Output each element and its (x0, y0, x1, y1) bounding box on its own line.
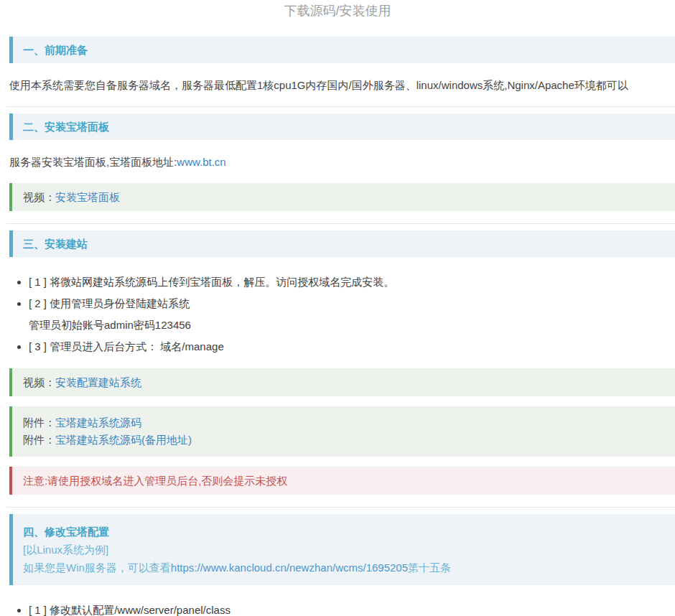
section-divider (6, 223, 675, 224)
modify-config-list: [ 1 ] 修改默认配置/www/server/panel/class (9, 602, 675, 616)
win-note-prefix: 如果您是Win服务器，可以查看 (23, 561, 171, 574)
authorization-warning: 注意:请使用授权域名进入管理员后台,否则会提示未授权 (9, 467, 675, 495)
section-heading-modify-config: 四、修改宝塔配置 (23, 523, 662, 541)
win-note-suffix: 第十五条 (408, 561, 451, 574)
section-heading-install-panel: 二、安装宝塔面板 (9, 113, 675, 140)
attachment-line-2: 附件：宝塔建站系统源码(备用地址) (23, 431, 662, 449)
section-modify-config-box: 四、修改宝塔配置 [以Linux系统为例] 如果您是Win服务器，可以查看htt… (9, 514, 675, 585)
section-heading-install-site: 三、安装建站 (9, 230, 675, 257)
attachment-label: 附件： (23, 416, 55, 429)
video-note-install-panel: 视频：安装宝塔面板 (9, 183, 675, 211)
attachment-line-1: 附件：宝塔建站系统源码 (23, 414, 662, 431)
step2-subline: 管理员初始账号admin密码123456 (29, 317, 675, 333)
attachment-link-source-backup[interactable]: 宝塔建站系统源码(备用地址) (55, 434, 192, 446)
step1-text: [ 1 ] 将微站网建站系统源码上传到宝塔面板，解压。访问授权域名完成安装。 (29, 276, 394, 288)
win-server-note: 如果您是Win服务器，可以查看https://www.kancloud.cn/n… (23, 559, 662, 577)
install-guide-page: 下载源码/安装使用 一、前期准备 使用本系统需要您自备服务器域名，服务器最低配置… (0, 0, 675, 616)
kancloud-link[interactable]: https://www.kancloud.cn/newzhan/wcms/169… (171, 561, 408, 574)
list-item-modify-default: [ 1 ] 修改默认配置/www/server/panel/class (29, 602, 675, 616)
section-divider (6, 106, 675, 107)
list-item-step3: [ 3 ] 管理员进入后台方式： 域名/manage (29, 339, 675, 355)
step3-text: [ 3 ] 管理员进入后台方式： 域名/manage (29, 340, 224, 353)
install-steps-list: [ 1 ] 将微站网建站系统源码上传到宝塔面板，解压。访问授权域名完成安装。 [… (9, 274, 675, 355)
step2-text: [ 2 ] 使用管理员身份登陆建站系统 (29, 297, 190, 309)
list-item-step1: [ 1 ] 将微站网建站系统源码上传到宝塔面板，解压。访问授权域名完成安装。 (29, 274, 675, 290)
section-heading-preparation: 一、前期准备 (9, 37, 675, 63)
attachments-note: 附件：宝塔建站系统源码 附件：宝塔建站系统源码(备用地址) (9, 406, 675, 457)
attachment-link-source[interactable]: 宝塔建站系统源码 (55, 416, 141, 429)
paragraph-panel-address: 服务器安装宝塔面板,宝塔面板地址:www.bt.cn (9, 154, 675, 170)
paragraph-preparation: 使用本系统需要您自备服务器域名，服务器最低配置1核cpu1G内存国内/国外服务器… (9, 78, 675, 93)
video-link-install-panel[interactable]: 安装宝塔面板 (55, 191, 120, 203)
linux-example-note: [以Linux系统为例] (23, 541, 662, 559)
video-link-configure-site[interactable]: 安装配置建站系统 (55, 376, 141, 388)
attachment-label: 附件： (23, 434, 55, 446)
video-note-configure-site: 视频：安装配置建站系统 (9, 368, 675, 396)
page-title: 下载源码/安装使用 (0, 0, 675, 19)
panel-address-text: 服务器安装宝塔面板,宝塔面板地址: (9, 156, 177, 168)
bt-cn-link[interactable]: www.bt.cn (177, 156, 225, 168)
list-item-step2: [ 2 ] 使用管理员身份登陆建站系统 管理员初始账号admin密码123456 (29, 296, 675, 333)
video-label: 视频： (23, 376, 55, 388)
modify-default-text: [ 1 ] 修改默认配置/www/server/panel/class (29, 604, 231, 616)
video-label: 视频： (23, 191, 55, 203)
section-divider (6, 507, 675, 508)
